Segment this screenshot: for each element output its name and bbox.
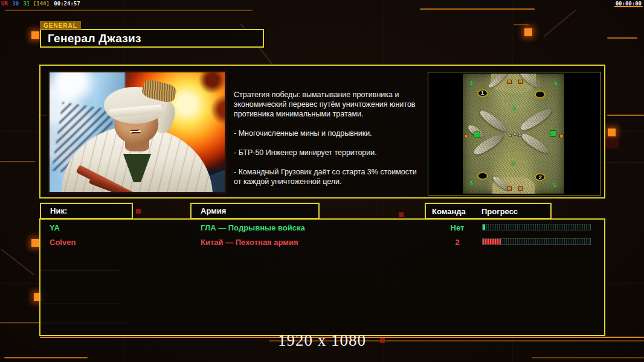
minimap-ridge bbox=[518, 74, 540, 89]
oil-derrick-icon bbox=[507, 80, 512, 84]
circuit-line bbox=[0, 161, 35, 162]
circuit-dot bbox=[399, 212, 404, 217]
circuit-line bbox=[607, 115, 644, 116]
header-army: Армия bbox=[190, 203, 320, 219]
minimap: 1 2 $ $ $ $ $ $ bbox=[463, 74, 564, 194]
circuit-node bbox=[524, 28, 532, 36]
minimap-sand-patch bbox=[491, 74, 536, 93]
player-progress-bar bbox=[482, 238, 591, 245]
supply-dock-icon: $ bbox=[470, 81, 473, 86]
start-position-marker bbox=[477, 172, 488, 180]
circuit-diagonal bbox=[543, 9, 576, 37]
circuit-line bbox=[420, 8, 535, 10]
start-position-label: 2 bbox=[539, 174, 542, 180]
portrait-mouth bbox=[130, 129, 141, 134]
oil-derrick-icon bbox=[559, 134, 564, 138]
player-nick: YA bbox=[50, 223, 60, 232]
fps-overlay-limit: [144] bbox=[33, 1, 50, 7]
general-title: Генерал Джазиз bbox=[41, 32, 141, 45]
oil-derrick-icon bbox=[518, 80, 523, 84]
minimap-ridge bbox=[519, 106, 554, 133]
start-position-marker-2: 2 bbox=[535, 173, 546, 181]
fps-overlay-session-time: 00:24:57 bbox=[54, 1, 80, 7]
circuit-node bbox=[608, 129, 616, 136]
circuit-node bbox=[31, 31, 39, 39]
minimap-sand-patch bbox=[492, 177, 535, 194]
fps-overlay-fps: 30 bbox=[12, 1, 19, 7]
strategy-paragraph: - Многочисленные мины и подрывники. bbox=[234, 129, 424, 138]
start-position-marker bbox=[535, 91, 546, 98]
circuit-line bbox=[5, 10, 253, 11]
header-nick: Ник: bbox=[40, 203, 133, 219]
tech-building-icon bbox=[518, 134, 521, 137]
supply-dock-icon: $ bbox=[554, 81, 557, 86]
minimap-ridge bbox=[487, 74, 509, 89]
resolution-watermark: 1920 x 1080 bbox=[0, 331, 644, 350]
circuit-line bbox=[607, 37, 637, 39]
header-progress-label: Прогресс bbox=[481, 207, 518, 216]
minimap-ridge bbox=[492, 175, 512, 192]
strategy-paragraph: - БТР-50 Инженер минирует территории. bbox=[234, 148, 424, 157]
player-progress-fill bbox=[483, 224, 485, 230]
player-team: Нет bbox=[433, 223, 481, 232]
supply-pile-icon bbox=[474, 132, 480, 138]
fps-overlay: UR 30 31 [144] 00:24:57 bbox=[1, 1, 82, 7]
header-team-label: Команда bbox=[432, 207, 466, 216]
tech-building-icon bbox=[514, 133, 517, 136]
tech-building-icon bbox=[509, 134, 512, 137]
circuit-line bbox=[601, 162, 644, 163]
circuit-line bbox=[4, 357, 88, 358]
minimap-frame: 1 2 $ $ $ $ $ $ bbox=[428, 72, 601, 195]
circuit-node bbox=[31, 239, 39, 247]
supply-dock-icon: $ bbox=[470, 180, 473, 186]
strategy-paragraph: - Командный Грузовик даёт со старта 3% с… bbox=[234, 167, 424, 186]
general-portrait bbox=[48, 71, 227, 194]
loading-screen: UR 30 31 [144] 00:24:57 00:00:00 GENERAL… bbox=[0, 0, 644, 362]
oil-derrick-icon bbox=[518, 186, 523, 191]
circuit-dot bbox=[136, 209, 141, 214]
circuit-line bbox=[532, 357, 644, 358]
fps-overlay-label: UR bbox=[1, 1, 8, 7]
minimap-ridge bbox=[520, 132, 550, 156]
minimap-ridge bbox=[478, 108, 509, 134]
player-army: Китай — Пехотная армия bbox=[201, 238, 298, 247]
supply-dock-icon: $ bbox=[512, 106, 515, 112]
header-team-progress: Команда Прогресс bbox=[425, 203, 552, 219]
general-title-box: Генерал Джазиз bbox=[40, 29, 264, 48]
player-progress-fill bbox=[483, 239, 501, 244]
player-row: YA ГЛА — Подрывные войска Нет bbox=[40, 222, 604, 235]
general-info-panel: Стратегия победы: выматывание противника… bbox=[39, 65, 605, 198]
minimap-ridge bbox=[466, 123, 486, 139]
game-clock: 00:00:00 bbox=[616, 1, 642, 7]
oil-derrick-icon bbox=[507, 186, 512, 191]
players-panel: YA ГЛА — Подрывные войска Нет Colven Кит… bbox=[39, 218, 605, 336]
player-row: Colven Китай — Пехотная армия 2 bbox=[40, 237, 604, 250]
circuit-line bbox=[514, 24, 529, 25]
strategy-description: Стратегия победы: выматывание противника… bbox=[234, 90, 424, 196]
supply-dock-icon: $ bbox=[512, 161, 515, 167]
fps-overlay-avg: 31 bbox=[24, 1, 30, 7]
minimap-ridge bbox=[472, 132, 505, 158]
start-position-marker-1: 1 bbox=[477, 89, 488, 97]
oil-derrick-icon bbox=[464, 134, 468, 138]
circuit-diagonal bbox=[1, 249, 34, 276]
player-army: ГЛА — Подрывные войска bbox=[201, 223, 305, 232]
strategy-paragraph: Стратегия победы: выматывание противника… bbox=[234, 90, 424, 119]
circuit-patch bbox=[605, 138, 619, 148]
header-army-label: Армия bbox=[192, 206, 226, 215]
start-position-label: 1 bbox=[481, 90, 484, 96]
header-nick-label: Ник: bbox=[41, 206, 67, 215]
player-nick: Colven bbox=[50, 238, 76, 247]
player-team: 2 bbox=[433, 238, 481, 247]
supply-pile-icon bbox=[550, 130, 556, 137]
general-tab-label: GENERAL bbox=[40, 21, 81, 30]
player-progress-bar bbox=[482, 224, 591, 230]
supply-dock-icon: $ bbox=[553, 183, 556, 188]
